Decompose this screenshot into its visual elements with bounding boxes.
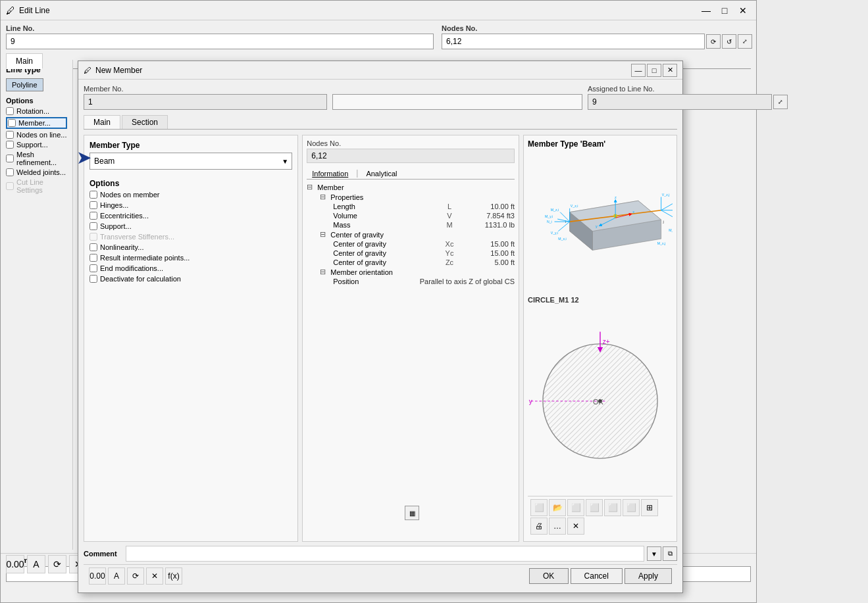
cancel-button[interactable]: Cancel xyxy=(571,568,623,584)
nodes-refresh-icon[interactable]: ⟳ xyxy=(706,34,721,49)
assigned-icon-btn[interactable]: ⤢ xyxy=(773,95,788,109)
line-no-input[interactable] xyxy=(6,34,434,49)
tab-main[interactable]: Main xyxy=(6,53,43,69)
hinges-cb[interactable] xyxy=(89,201,97,209)
opt-deactivate[interactable]: Deactivate for calculation xyxy=(89,275,292,283)
right-icon-3[interactable]: ⬜ xyxy=(567,499,584,516)
dialog-comment-input[interactable] xyxy=(126,546,644,562)
toolbar-btn-2[interactable]: A xyxy=(27,555,45,573)
opt-eccentricities[interactable]: Eccentricities... xyxy=(89,212,292,220)
bottom-icon-5[interactable]: f(x) xyxy=(165,567,182,585)
opt-result-intermediate[interactable]: Result intermediate points... xyxy=(89,254,292,262)
tree-properties-items: Length L 10.00 ft Volume V 7.854 ft3 Mas… xyxy=(320,202,515,229)
svg-text:z+: z+ xyxy=(603,338,610,345)
bottom-icon-3[interactable]: ⟳ xyxy=(127,567,144,585)
arrow-indicator: ➤ xyxy=(76,147,91,168)
position-label: Position xyxy=(333,277,394,285)
right-icon-2[interactable]: 📂 xyxy=(549,499,566,516)
opt-hinges[interactable]: Hinges... xyxy=(89,201,292,209)
nonlinearity-cb[interactable] xyxy=(89,243,97,251)
close-button[interactable]: ✕ xyxy=(735,4,751,17)
nodes-on-member-cb[interactable] xyxy=(89,191,97,199)
tree-gravity-row: ⊟ Center of gravity xyxy=(320,229,515,239)
member-toggle[interactable]: ⊟ xyxy=(307,183,315,191)
member-type-select[interactable]: Beam Rigid Member Truss Tension Compress… xyxy=(89,153,292,170)
dialog-maximize[interactable]: □ xyxy=(647,64,661,77)
nodes-no-input[interactable] xyxy=(442,34,705,49)
result-intermediate-cb[interactable] xyxy=(89,254,97,262)
dialog-titlebar: 🖊 New Member — □ ✕ xyxy=(78,61,682,80)
svg-text:V_z,i: V_z,i xyxy=(571,204,578,208)
comment-copy-btn[interactable]: ⧉ xyxy=(663,546,677,561)
rotation-checkbox[interactable] xyxy=(6,107,14,115)
member-no-input[interactable] xyxy=(84,94,327,110)
edit-line-title: Edit Line xyxy=(19,6,50,15)
bottom-icon-2[interactable]: A xyxy=(108,567,125,585)
option-mesh[interactable]: Mesh refinement... xyxy=(6,151,67,166)
dialog-tab-main[interactable]: Main xyxy=(84,115,120,129)
table-icon-btn[interactable]: ▦ xyxy=(405,506,419,520)
right-icon-4[interactable]: ⬜ xyxy=(586,499,603,516)
right-icon-8[interactable]: 🖨 xyxy=(530,518,548,535)
transverse-label: Transverse Stiffeners... xyxy=(100,233,174,241)
ok-button[interactable]: OK xyxy=(529,568,569,584)
orientation-toggle[interactable]: ⊟ xyxy=(320,268,328,276)
member-checkbox[interactable] xyxy=(8,119,16,127)
tree-gravity-items: Center of gravity Xc 15.00 ft Center of … xyxy=(320,239,515,267)
dialog-tab-section[interactable]: Section xyxy=(122,115,168,129)
dialog-minimize[interactable]: — xyxy=(631,64,646,77)
comment-dropdown-btn[interactable]: ▼ xyxy=(647,546,661,561)
welded-checkbox[interactable] xyxy=(6,168,14,176)
support-cb[interactable] xyxy=(89,222,97,230)
length-key: L xyxy=(440,203,459,210)
tree-properties-label: Properties xyxy=(330,193,363,201)
mesh-checkbox[interactable] xyxy=(6,155,14,162)
right-icon-6[interactable]: ⬜ xyxy=(623,499,640,516)
dialog-title-icon: 🖊 xyxy=(84,66,91,75)
option-support[interactable]: Support... xyxy=(6,141,67,149)
new-member-dialog: 🖊 New Member — □ ✕ Member No. Assigned t… xyxy=(78,60,683,593)
member-no-field: Member No. xyxy=(84,85,327,110)
opt-end-modifications[interactable]: End modifications... xyxy=(89,264,292,272)
info-tab-information[interactable]: Information xyxy=(307,168,353,179)
nodes-extra-icon[interactable]: ⤢ xyxy=(738,34,752,49)
option-nodes-on-line[interactable]: Nodes on line... xyxy=(6,131,67,139)
cut-line-checkbox xyxy=(6,182,14,190)
nodes-on-line-label: Nodes on line... xyxy=(16,131,66,139)
opt-nonlinearity[interactable]: Nonlinearity... xyxy=(89,243,292,251)
nodes-reset-icon[interactable]: ↺ xyxy=(722,34,736,49)
toolbar-btn-1[interactable]: 0.00 xyxy=(6,555,24,573)
right-icon-10[interactable]: ✕ xyxy=(567,518,584,535)
right-icon-9[interactable]: … xyxy=(549,518,566,535)
apply-button[interactable]: Apply xyxy=(625,568,672,584)
info-tab-analytical[interactable]: Analytical xyxy=(361,168,402,179)
option-member[interactable]: Member... xyxy=(6,117,67,129)
dialog-close[interactable]: ✕ xyxy=(663,64,677,77)
polyline-button[interactable]: Polyline xyxy=(6,78,43,91)
bottom-icon-4[interactable]: ✕ xyxy=(146,567,163,585)
end-modifications-cb[interactable] xyxy=(89,264,97,272)
support-checkbox[interactable] xyxy=(6,141,14,149)
volume-label: Volume xyxy=(333,212,437,220)
option-welded[interactable]: Welded joints... xyxy=(6,168,67,176)
edit-line-titlebar: 🖊 Edit Line — □ ✕ xyxy=(1,1,756,20)
gravity-xc-key: Xc xyxy=(440,240,459,248)
eccentricities-cb[interactable] xyxy=(89,212,97,220)
bottom-icon-1[interactable]: 0.00 xyxy=(89,567,106,585)
assigned-input[interactable] xyxy=(588,94,772,110)
nodes-on-line-checkbox[interactable] xyxy=(6,131,14,139)
gravity-toggle[interactable]: ⊟ xyxy=(320,230,328,239)
maximize-button[interactable]: □ xyxy=(717,4,732,17)
deactivate-cb[interactable] xyxy=(89,275,97,283)
tree-position: Position Parallel to axis Z of global CS xyxy=(333,277,515,286)
option-rotation[interactable]: Rotation... xyxy=(6,107,67,115)
right-icon-5[interactable]: ⬜ xyxy=(604,499,621,516)
opt-support[interactable]: Support... xyxy=(89,222,292,230)
member-mid-input[interactable] xyxy=(332,94,582,110)
properties-toggle[interactable]: ⊟ xyxy=(320,193,328,201)
toolbar-btn-3[interactable]: ⟳ xyxy=(48,555,66,573)
opt-nodes-on-member[interactable]: Nodes on member xyxy=(89,191,292,199)
right-icon-7[interactable]: ⊞ xyxy=(641,499,658,516)
right-icon-1[interactable]: ⬜ xyxy=(530,499,548,516)
minimize-button[interactable]: — xyxy=(698,4,714,17)
